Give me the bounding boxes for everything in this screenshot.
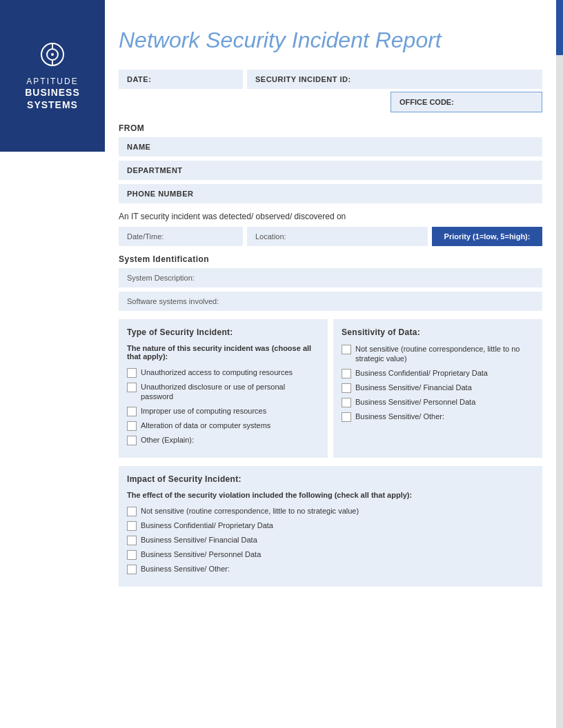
department-field[interactable]: DEPARTMENT bbox=[119, 161, 542, 180]
sensitivity-label-4: Business Sensitive/ Personnel Data bbox=[355, 397, 475, 407]
sensitivity-option-1: Not sensitive (routine correspondence, l… bbox=[342, 344, 534, 364]
sensitivity-panel-header: Sensitivity of Data: bbox=[342, 327, 534, 337]
sensitivity-checkbox-5[interactable] bbox=[342, 412, 351, 422]
impact-option-1: Not sensitive (routine correspondence, l… bbox=[127, 506, 534, 516]
type-label-2: Unauthorized disclosure or use of person… bbox=[141, 382, 319, 402]
impact-section: Impact of Security Incident: The effect … bbox=[119, 466, 542, 587]
sidebar: APTITUDE BUSINESS SYSTEMS bbox=[0, 0, 105, 152]
sensitivity-label-5: Business Sensitive/ Other: bbox=[355, 412, 444, 421]
brand-business: BUSINESS SYSTEMS bbox=[7, 86, 98, 111]
phone-field[interactable]: PHONE NUMBER bbox=[119, 184, 542, 203]
location-field[interactable]: Location: bbox=[247, 227, 428, 246]
main-content: Network Security Incident Report DATE: S… bbox=[105, 0, 563, 623]
date-incident-row: DATE: SECURITY INCIDENT ID: bbox=[119, 70, 542, 89]
type-label-3: Improper use of computing resources bbox=[141, 406, 266, 416]
sensitivity-label-2: Business Confidential/ Proprietary Data bbox=[355, 368, 488, 378]
type-option-3: Improper use of computing resources bbox=[127, 406, 319, 416]
from-label: FROM bbox=[119, 123, 542, 133]
type-checkbox-5[interactable] bbox=[127, 436, 137, 445]
sensitivity-option-5: Business Sensitive/ Other: bbox=[342, 412, 534, 422]
type-option-1: Unauthorized access to computing resourc… bbox=[127, 367, 319, 378]
type-checkbox-4[interactable] bbox=[127, 421, 137, 431]
type-sensitivity-row: Type of Security Incident: The nature of… bbox=[119, 319, 542, 458]
impact-option-5: Business Sensitive/ Other: bbox=[127, 564, 534, 574]
office-code-row: OFFICE CODE: bbox=[119, 92, 542, 118]
impact-option-4: Business Sensitive/ Personnel Data bbox=[127, 549, 534, 560]
impact-label-2: Business Confidential/ Proprietary Data bbox=[141, 520, 273, 530]
sensitivity-label-1: Not sensitive (routine correspondence, l… bbox=[355, 344, 534, 364]
page-title: Network Security Incident Report bbox=[119, 28, 542, 53]
incident-fields-row: Date/Time: Location: Priority (1=low, 5=… bbox=[119, 227, 542, 246]
impact-checkbox-3[interactable] bbox=[127, 536, 137, 545]
software-field[interactable]: Software systems involved: bbox=[119, 292, 542, 311]
system-desc-field[interactable]: System Description: bbox=[119, 268, 542, 287]
sensitivity-option-4: Business Sensitive/ Personnel Data bbox=[342, 397, 534, 407]
type-checkbox-1[interactable] bbox=[127, 368, 137, 378]
datetime-field[interactable]: Date/Time: bbox=[119, 227, 243, 246]
brand-icon bbox=[39, 41, 66, 71]
type-label-1: Unauthorized access to computing resourc… bbox=[141, 367, 293, 377]
type-option-2: Unauthorized disclosure or use of person… bbox=[127, 382, 319, 402]
impact-option-3: Business Sensitive/ Financial Data bbox=[127, 535, 534, 545]
scrollbar-thumb[interactable] bbox=[556, 0, 563, 55]
sensitivity-checkbox-3[interactable] bbox=[342, 383, 351, 393]
impact-subtext: The effect of the security violation inc… bbox=[127, 491, 534, 499]
office-code-field[interactable]: OFFICE CODE: bbox=[391, 92, 542, 112]
type-label-5: Other (Explain): bbox=[141, 435, 194, 445]
impact-label-5: Business Sensitive/ Other: bbox=[141, 564, 230, 574]
impact-label-3: Business Sensitive/ Financial Data bbox=[141, 535, 257, 545]
impact-option-2: Business Confidential/ Proprietary Data bbox=[127, 520, 534, 531]
type-label-4: Alteration of data or computer systems bbox=[141, 421, 270, 430]
sensitivity-checkbox-2[interactable] bbox=[342, 369, 351, 378]
impact-checkbox-5[interactable] bbox=[127, 565, 137, 574]
scrollbar[interactable] bbox=[556, 0, 563, 728]
brand-aptitude: APTITUDE bbox=[26, 77, 78, 86]
impact-label-1: Not sensitive (routine correspondence, l… bbox=[141, 506, 359, 516]
sensitivity-checkbox-1[interactable] bbox=[342, 345, 351, 354]
svg-point-2 bbox=[51, 53, 54, 56]
sensitivity-checkbox-4[interactable] bbox=[342, 398, 351, 407]
sensitivity-option-3: Business Sensitive/ Financial Data bbox=[342, 383, 534, 393]
incident-id-field[interactable]: SECURITY INCIDENT ID: bbox=[247, 70, 542, 89]
nature-text: The nature of this security incident was… bbox=[127, 344, 319, 361]
sensitivity-option-2: Business Confidential/ Proprietary Data bbox=[342, 368, 534, 378]
type-option-5: Other (Explain): bbox=[127, 435, 319, 445]
incident-detected-text: An IT security incident was detected/ ob… bbox=[119, 212, 542, 221]
name-field[interactable]: NAME bbox=[119, 137, 542, 156]
type-panel-header: Type of Security Incident: bbox=[127, 327, 319, 337]
sensitivity-label-3: Business Sensitive/ Financial Data bbox=[355, 383, 472, 392]
impact-label-4: Business Sensitive/ Personnel Data bbox=[141, 549, 261, 559]
impact-checkbox-1[interactable] bbox=[127, 507, 137, 516]
priority-field[interactable]: Priority (1=low, 5=high): bbox=[432, 227, 542, 246]
system-id-title: System Identification bbox=[119, 254, 542, 264]
impact-checkbox-4[interactable] bbox=[127, 550, 137, 560]
type-panel: Type of Security Incident: The nature of… bbox=[119, 319, 328, 458]
sensitivity-panel: Sensitivity of Data: Not sensitive (rout… bbox=[333, 319, 542, 458]
impact-header: Impact of Security Incident: bbox=[127, 474, 534, 484]
type-checkbox-2[interactable] bbox=[127, 383, 137, 392]
date-field[interactable]: DATE: bbox=[119, 70, 243, 89]
type-checkbox-3[interactable] bbox=[127, 407, 137, 416]
impact-checkbox-2[interactable] bbox=[127, 521, 137, 531]
type-option-4: Alteration of data or computer systems bbox=[127, 421, 319, 431]
